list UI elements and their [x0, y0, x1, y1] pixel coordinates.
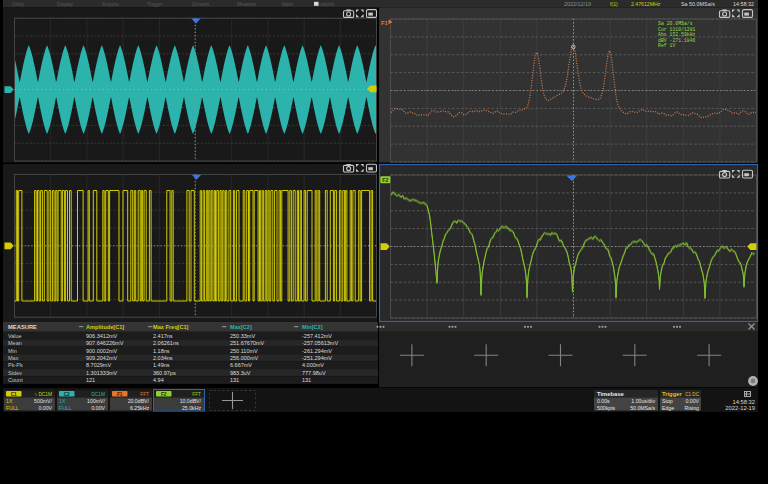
svg-text:2022/12/19: 2022/12/19 — [564, 1, 591, 7]
svg-text:Utility: Utility — [12, 2, 25, 7]
svg-text:Sa 50.0MSa/s: Sa 50.0MSa/s — [681, 1, 715, 7]
svg-text:1.18ns: 1.18ns — [153, 348, 170, 354]
svg-text:906.3412mV: 906.3412mV — [86, 333, 118, 339]
svg-text:6.667mV: 6.667mV — [230, 362, 252, 368]
svg-text:Edge: Edge — [662, 405, 674, 411]
svg-text:2022-12-19: 2022-12-19 — [725, 405, 755, 411]
svg-text:Sa 20.0MSa/s: Sa 20.0MSa/s — [658, 21, 693, 26]
svg-text:777.98uV: 777.98uV — [302, 370, 326, 376]
svg-text:2.417ns: 2.417ns — [153, 333, 173, 339]
svg-text:Mean: Mean — [8, 340, 22, 346]
svg-text:Cursors: Cursors — [192, 2, 210, 7]
svg-text:121: 121 — [86, 377, 95, 383]
svg-text:256.000mV: 256.000mV — [230, 355, 258, 361]
svg-text:2.47612MHz: 2.47612MHz — [631, 1, 661, 7]
svg-text:131: 131 — [302, 377, 311, 383]
svg-text:Trigger: Trigger — [147, 2, 163, 7]
svg-text:Stdev: Stdev — [8, 370, 22, 376]
svg-text:4.94: 4.94 — [153, 377, 164, 383]
svg-text:-251.294mV: -251.294mV — [302, 355, 332, 361]
svg-text:0.00V: 0.00V — [91, 405, 105, 411]
svg-text:≈ DC1M: ≈ DC1M — [34, 392, 52, 397]
svg-text:131: 131 — [230, 377, 239, 383]
svg-text:F2: F2 — [161, 392, 167, 397]
svg-text:360.97ps: 360.97ps — [153, 370, 176, 376]
svg-text:10.0dBV/: 10.0dBV/ — [180, 398, 202, 404]
svg-text:-261.294mV: -261.294mV — [302, 348, 332, 354]
svg-text:C2: C2 — [64, 392, 70, 397]
svg-text:Max: Max — [8, 355, 19, 361]
svg-text:-257.412mV: -257.412mV — [302, 333, 332, 339]
svg-text:Min: Min — [8, 348, 17, 354]
svg-text:Measure: Measure — [237, 2, 256, 7]
svg-text:6.25kHz: 6.25kHz — [130, 405, 149, 411]
svg-text:Math: Math — [282, 2, 293, 7]
svg-text:F2: F2 — [382, 177, 388, 183]
svg-text:250.33mV: 250.33mV — [230, 333, 255, 339]
svg-text:Acquire: Acquire — [102, 2, 119, 7]
svg-text:900.0002mV: 900.0002mV — [86, 348, 118, 354]
svg-text:250.110mV: 250.110mV — [230, 348, 258, 354]
svg-text:Min[C2]: Min[C2] — [302, 324, 323, 330]
svg-text:MEASURE: MEASURE — [8, 324, 37, 330]
svg-text:Stop: Stop — [662, 398, 673, 404]
svg-text:Value: Value — [8, 333, 22, 339]
svg-text:Count: Count — [8, 377, 23, 383]
svg-text:FULL: FULL — [59, 405, 72, 411]
svg-text:50.0MSa/s: 50.0MSa/s — [630, 405, 655, 411]
svg-text:1X: 1X — [59, 398, 66, 404]
svg-text:983.3uV: 983.3uV — [230, 370, 251, 376]
svg-text:F1: F1 — [117, 392, 123, 397]
svg-text:f(1): f(1) — [610, 1, 618, 7]
svg-text:1.49ns: 1.49ns — [153, 362, 170, 368]
svg-text:F1: F1 — [381, 20, 389, 26]
svg-text:4.000mV: 4.000mV — [302, 362, 324, 368]
svg-text:FFT: FFT — [192, 392, 201, 397]
svg-text:Rising: Rising — [685, 405, 700, 411]
svg-text:1.00us/div: 1.00us/div — [631, 398, 655, 404]
svg-text:14:58:32: 14:58:32 — [732, 399, 755, 405]
svg-text:Timebase: Timebase — [597, 391, 624, 397]
svg-text:C1 DC: C1 DC — [685, 392, 699, 397]
svg-text:Ref 1V: Ref 1V — [658, 43, 675, 48]
svg-text:Trigger: Trigger — [662, 391, 682, 397]
svg-text:0.00s: 0.00s — [597, 398, 610, 404]
svg-text:DC1M: DC1M — [91, 392, 105, 397]
svg-text:FULL: FULL — [6, 405, 19, 411]
svg-text:Max[C2]: Max[C2] — [230, 324, 252, 330]
svg-text:Amplitude[C1]: Amplitude[C1] — [86, 324, 124, 330]
svg-text:Analysis: Analysis — [316, 2, 335, 7]
svg-text:1X: 1X — [6, 398, 13, 404]
svg-text:25.0kHz: 25.0kHz — [182, 405, 201, 411]
svg-text:1.301333mV: 1.301333mV — [86, 370, 118, 376]
svg-text:500kpts: 500kpts — [597, 405, 616, 411]
svg-text:Abs 152.59kHz: Abs 152.59kHz — [658, 32, 696, 37]
svg-text:14:58:32: 14:58:32 — [733, 1, 754, 7]
svg-text:dBV -271.1846: dBV -271.1846 — [658, 38, 696, 43]
svg-text:500mV/: 500mV/ — [34, 398, 52, 404]
svg-text:251.67670mV: 251.67670mV — [230, 340, 265, 346]
svg-text:20.0dBV/: 20.0dBV/ — [128, 398, 150, 404]
svg-text:2.06261ns: 2.06261ns — [153, 340, 179, 346]
svg-text:100mV/: 100mV/ — [87, 398, 105, 404]
svg-text:0.00V: 0.00V — [38, 405, 52, 411]
svg-text:Max Freq[C1]: Max Freq[C1] — [153, 324, 189, 330]
svg-text:Display: Display — [57, 2, 74, 7]
svg-text:C1: C1 — [11, 392, 17, 397]
svg-text:-257.05613mV: -257.05613mV — [302, 340, 338, 346]
svg-text:2.034ns: 2.034ns — [153, 355, 173, 361]
svg-text:0.00V: 0.00V — [685, 398, 699, 404]
svg-text:FFT: FFT — [140, 392, 149, 397]
svg-text:907.646226mV: 907.646226mV — [86, 340, 124, 346]
svg-text:Pk-Pk: Pk-Pk — [8, 362, 23, 368]
svg-text:Cur 1110/1281: Cur 1110/1281 — [658, 27, 696, 32]
svg-text:909.2042mV: 909.2042mV — [86, 355, 118, 361]
svg-text:8.7029mV: 8.7029mV — [86, 362, 111, 368]
